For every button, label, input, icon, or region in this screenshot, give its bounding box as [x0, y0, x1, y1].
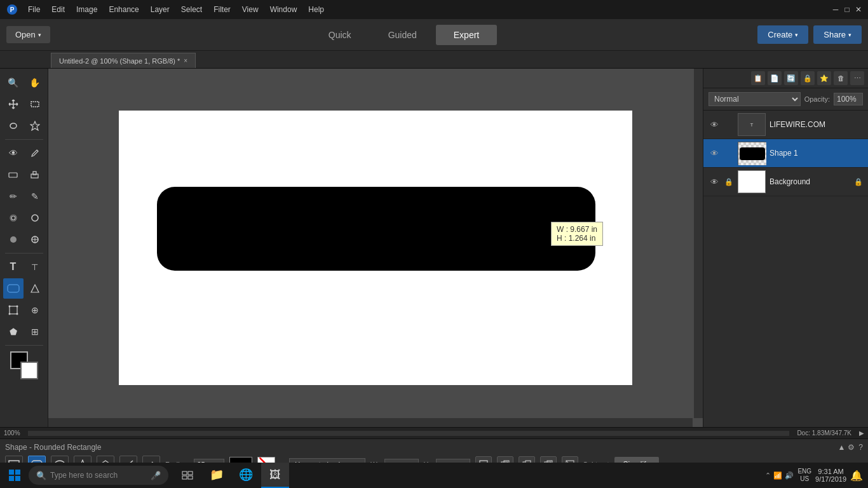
eye-tool[interactable]: 👁	[3, 143, 24, 163]
eraser-stamp-tools	[3, 165, 45, 185]
scroll-right-arrow[interactable]: ▶	[859, 430, 864, 437]
opacity-input[interactable]	[834, 93, 863, 105]
help-button[interactable]: ?	[858, 443, 863, 452]
delete-icon[interactable]: 🗑	[834, 71, 848, 85]
lock-icon[interactable]: 🔒	[801, 71, 815, 85]
horizontal-scrollbar[interactable]	[48, 418, 693, 427]
share-button[interactable]: Share ▾	[813, 25, 862, 44]
language-indicator: ENG US	[797, 468, 811, 483]
blend-mode-select[interactable]: Normal Dissolve Multiply Screen	[709, 92, 801, 106]
eyedropper-tool[interactable]	[25, 143, 45, 163]
menu-image[interactable]: Image	[71, 4, 102, 15]
arrange-tool[interactable]: ⊕	[25, 300, 45, 320]
create-button[interactable]: Create ▾	[757, 25, 808, 44]
layer-visibility-toggle[interactable]: 👁	[709, 176, 720, 187]
menu-view[interactable]: View	[237, 4, 264, 15]
settings-icon[interactable]: ⚙	[848, 443, 855, 452]
menu-window[interactable]: Window	[265, 4, 302, 15]
mode-quick[interactable]: Quick	[311, 25, 369, 45]
open-button[interactable]: Open ▾	[6, 26, 50, 43]
text-tool[interactable]: T	[3, 257, 24, 277]
task-view-button[interactable]	[173, 463, 201, 488]
blur-tool[interactable]	[3, 208, 24, 228]
volume-icon: 🔊	[785, 471, 794, 480]
divider-3	[5, 345, 43, 346]
mode-buttons: Quick Guided Expert	[311, 25, 497, 45]
star-icon[interactable]: ⭐	[817, 71, 831, 85]
panel-icons-row: 📋 📄 🔄 🔒 ⭐ 🗑 ⋯	[703, 69, 868, 88]
mode-guided[interactable]: Guided	[370, 25, 435, 45]
maximize-button[interactable]: □	[843, 5, 851, 14]
zoom-display: 100%	[4, 430, 20, 437]
left-toolbar: 🔍 ✋ 👁	[0, 69, 48, 427]
layer-visibility-toggle[interactable]: 👁	[709, 147, 720, 159]
system-tray: ⌃ 📶 🔊	[765, 471, 794, 480]
taskbar-pse[interactable]: 🖼	[261, 463, 289, 488]
layer-item[interactable]: 👁	[703, 139, 868, 168]
menu-enhance[interactable]: Enhance	[104, 4, 144, 15]
new-fill-icon[interactable]: 📄	[768, 71, 782, 85]
menu-select[interactable]: Select	[176, 4, 207, 15]
document-tab[interactable]: Untitled-2 @ 100% (Shape 1, RGB/8) * ×	[51, 53, 196, 68]
taskbar-chrome[interactable]: 🌐	[232, 463, 260, 488]
dodge-tool[interactable]	[3, 229, 24, 250]
brush-tool[interactable]: ✏	[3, 186, 24, 207]
svg-rect-44	[9, 470, 14, 475]
tab-close-button[interactable]: ×	[184, 57, 187, 64]
magic-select-tool[interactable]	[25, 116, 45, 136]
lasso-tool[interactable]	[3, 116, 24, 136]
tray-chevron-icon[interactable]: ⌃	[765, 471, 771, 480]
eraser-tool[interactable]	[3, 165, 24, 185]
blur-smudge-tools	[3, 208, 45, 228]
more-icon[interactable]: ⋯	[850, 71, 864, 85]
text-mask-tool[interactable]: ⊤	[25, 257, 45, 277]
tool-options-header: Shape - Rounded Rectangle ? ⚙ ▲	[5, 442, 863, 454]
notification-icon[interactable]: 🔔	[850, 470, 863, 482]
zoom-hand-tools: 🔍 ✋	[3, 72, 45, 93]
layer-name: Background	[770, 177, 850, 186]
menu-help[interactable]: Help	[303, 4, 329, 15]
collapse-icon[interactable]: ▲	[837, 443, 845, 452]
window-controls: ─ □ ✕	[831, 5, 863, 14]
menu-filter[interactable]: Filter	[208, 4, 236, 15]
menu-edit[interactable]: Edit	[46, 4, 70, 15]
background-color[interactable]	[20, 362, 38, 379]
stamp-tool[interactable]	[25, 165, 45, 185]
horizontal-scroll-track[interactable]	[28, 431, 790, 436]
close-button[interactable]: ✕	[854, 5, 863, 14]
text-tools: T ⊤	[3, 257, 45, 277]
move-tool[interactable]	[3, 94, 24, 114]
menu-layer[interactable]: Layer	[146, 4, 175, 15]
taskbar-file-explorer[interactable]: 📁	[203, 463, 231, 488]
search-placeholder: Type here to search	[50, 471, 118, 480]
marquee-tool[interactable]	[25, 94, 45, 114]
layer-item[interactable]: 👁 T LIFEWIRE.COM	[703, 111, 868, 139]
taskbar-search[interactable]: 🔍 Type here to search 🎤	[29, 466, 168, 485]
sharpen-tool[interactable]	[25, 229, 45, 250]
minimize-button[interactable]: ─	[831, 5, 840, 14]
transform-tool[interactable]	[3, 300, 24, 320]
refresh-icon[interactable]: 🔄	[784, 71, 798, 85]
blend-opacity-row: Normal Dissolve Multiply Screen Opacity:	[703, 88, 868, 111]
vertical-scrollbar[interactable]	[694, 69, 703, 418]
new-layer-icon[interactable]: 📋	[751, 71, 765, 85]
pencil-tool[interactable]: ✎	[25, 186, 45, 207]
svg-rect-27	[740, 147, 765, 160]
taskbar-clock[interactable]: 9:31 AM 9/17/2019	[815, 468, 846, 483]
menu-file[interactable]: File	[23, 4, 45, 15]
tab-bar: Untitled-2 @ 100% (Shape 1, RGB/8) * ×	[0, 51, 868, 69]
start-button[interactable]	[0, 463, 29, 488]
3d-tool[interactable]: ⬟	[3, 322, 24, 342]
hand-tool[interactable]: ✋	[25, 72, 45, 93]
mode-expert[interactable]: Expert	[436, 25, 497, 45]
layer-lock-icon	[724, 119, 734, 130]
taskbar-apps: 📁 🌐 🖼	[173, 463, 289, 488]
layer-visibility-toggle[interactable]: 👁	[709, 119, 720, 130]
grid-tool[interactable]: ⊞	[25, 322, 45, 342]
lang-code: ENG	[797, 468, 811, 475]
layer-item[interactable]: 👁 🔒 Background 🔒	[703, 168, 868, 196]
smudge-tool[interactable]	[25, 208, 45, 228]
shape-tool[interactable]	[3, 278, 24, 299]
custom-shape-tool[interactable]	[25, 278, 45, 299]
zoom-tool[interactable]: 🔍	[3, 72, 24, 93]
